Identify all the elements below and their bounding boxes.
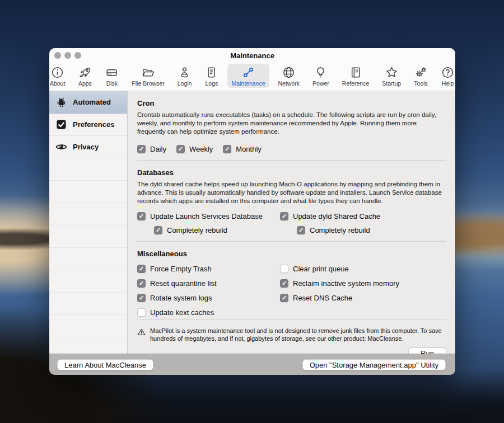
- checkbox-label: Completely rebuild: [167, 226, 227, 234]
- sidebar-item-label: Privacy: [73, 143, 99, 151]
- toolbar-label: Startup: [382, 80, 401, 87]
- toolbar-label: About: [50, 80, 65, 87]
- learn-about-maccleanse-button[interactable]: Learn About MacCleanse: [57, 359, 153, 370]
- toolbar-item-startup[interactable]: Startup: [378, 64, 405, 88]
- titlebar[interactable]: Maintenance: [49, 48, 455, 63]
- book-icon: [349, 65, 363, 79]
- checkbox-label: Reset DNS Cache: [293, 294, 352, 302]
- checkbox[interactable]: [280, 265, 288, 273]
- toolbar-item-maintenance[interactable]: Maintenance: [227, 64, 269, 88]
- databases-left-column: Update Launch Services Database Complete…: [137, 212, 280, 234]
- sidebar-empty-row: [49, 315, 127, 337]
- cron-description: Crontab automatically runs executables (…: [137, 111, 446, 136]
- toolbar-label: Help: [442, 80, 454, 87]
- checkbox-rotate-system-logs[interactable]: Rotate system logs: [137, 294, 280, 302]
- misc-checkbox-group: Force Empty Trash Clear print queue Rese…: [137, 265, 446, 317]
- sidebar-item-privacy[interactable]: Privacy: [49, 136, 127, 158]
- sidebar-empty-row: [49, 337, 127, 354]
- misc-grid-spacer: [280, 308, 446, 317]
- check-square-icon: [55, 118, 68, 131]
- toolbar-label: Disk: [106, 80, 118, 87]
- checkbox[interactable]: [280, 294, 288, 302]
- cron-checkbox-group: Daily Weekly Monthly: [137, 145, 446, 153]
- toolbar-item-reference[interactable]: Reference: [338, 64, 373, 88]
- warning-note: MacPilot is a system maintenance tool an…: [137, 327, 446, 342]
- checkbox-force-empty-trash[interactable]: Force Empty Trash: [137, 265, 280, 273]
- sidebar-item-automated[interactable]: Automated: [49, 91, 127, 114]
- checkbox-daily[interactable]: Daily: [137, 145, 166, 153]
- checkbox-reset-quarantine-list[interactable]: Reset quarantine list: [137, 279, 280, 288]
- footer-bar: Learn About MacCleanse Open "Storage Man…: [49, 354, 455, 375]
- cron-section-title: Cron: [137, 99, 446, 107]
- toolbar-item-power[interactable]: Power: [309, 64, 333, 88]
- checkbox-reclaim-memory[interactable]: Reclaim inactive system memory: [280, 279, 446, 288]
- warning-text: MacPilot is a system maintenance tool an…: [150, 327, 446, 342]
- checkbox-clear-print-queue[interactable]: Clear print queue: [280, 265, 446, 273]
- help-icon: [441, 65, 455, 79]
- globe-icon: [282, 65, 296, 79]
- checkbox-completely-rebuild-left[interactable]: Completely rebuild: [154, 226, 280, 234]
- toolbar-item-apps[interactable]: Apps: [74, 64, 96, 88]
- sidebar-empty-row: [49, 293, 127, 315]
- checkbox[interactable]: [297, 226, 305, 234]
- minimize-button[interactable]: [64, 52, 71, 59]
- checkbox[interactable]: [223, 145, 231, 153]
- checkbox[interactable]: [137, 294, 146, 302]
- checkbox[interactable]: [137, 279, 146, 288]
- disk-icon: [105, 65, 119, 79]
- checkbox[interactable]: [137, 308, 146, 317]
- toolbar-item-file-browser[interactable]: File Browser: [128, 64, 168, 88]
- rocket-icon: [78, 65, 92, 79]
- toolbar-label: File Browser: [132, 80, 164, 87]
- toolbar-item-network[interactable]: Network: [274, 64, 304, 88]
- checkbox[interactable]: [154, 226, 162, 234]
- checkbox-label: Reset quarantine list: [150, 279, 217, 288]
- sidebar-empty-row: [49, 158, 127, 181]
- star-icon: [385, 65, 399, 79]
- toolbar-label: Apps: [78, 80, 92, 87]
- app-window: Maintenance About Apps Disk File Browser…: [49, 48, 455, 375]
- databases-description: The dyld shared cache helps speed up lau…: [137, 180, 446, 205]
- toolbar-item-logs[interactable]: Logs: [200, 64, 222, 88]
- sidebar-empty-row: [49, 248, 127, 270]
- window-controls: [54, 52, 81, 59]
- checkbox-weekly[interactable]: Weekly: [176, 145, 213, 153]
- toolbar-item-tools[interactable]: Tools: [410, 64, 432, 88]
- checkbox-update-kext-caches[interactable]: Update kext caches: [137, 308, 280, 317]
- checkbox-completely-rebuild-right[interactable]: Completely rebuild: [297, 226, 446, 234]
- toolbar-item-about[interactable]: About: [49, 64, 69, 88]
- checkbox[interactable]: [280, 279, 288, 288]
- eye-icon: [55, 140, 68, 153]
- toolbar-item-help[interactable]: Help: [437, 64, 455, 88]
- toolbar-item-disk[interactable]: Disk: [101, 64, 123, 88]
- gears-icon: [414, 65, 428, 79]
- close-button[interactable]: [54, 52, 61, 59]
- sidebar-empty-row: [49, 181, 127, 203]
- checkbox-label: Update kext caches: [150, 308, 214, 317]
- checkbox[interactable]: [137, 265, 146, 273]
- run-button[interactable]: Run: [408, 347, 446, 354]
- checkbox[interactable]: [280, 212, 288, 220]
- zoom-button[interactable]: [74, 52, 81, 59]
- sidebar-item-preferences[interactable]: Preferences: [49, 114, 127, 136]
- checkbox-label: Monthly: [236, 145, 262, 153]
- checkbox-reset-dns-cache[interactable]: Reset DNS Cache: [280, 294, 446, 302]
- checkbox-monthly[interactable]: Monthly: [223, 145, 262, 153]
- checkbox-label: Completely rebuild: [310, 226, 370, 234]
- logs-icon: [204, 65, 218, 79]
- checkbox-update-launch-services[interactable]: Update Launch Services Database: [137, 212, 280, 220]
- checkbox[interactable]: [176, 145, 185, 153]
- checkbox-label: Weekly: [189, 145, 213, 153]
- open-storage-management-button[interactable]: Open "Storage Management.app" Utility: [302, 359, 446, 370]
- checkbox-update-dyld-cache[interactable]: Update dyld Shared Cache: [280, 212, 446, 220]
- checkbox-label: Update dyld Shared Cache: [293, 212, 380, 220]
- toolbar-label: Reference: [342, 80, 369, 87]
- checkbox-label: Clear print queue: [293, 265, 349, 273]
- checkbox[interactable]: [137, 145, 146, 153]
- section-divider: [137, 160, 446, 161]
- window-title: Maintenance: [49, 48, 455, 63]
- toolbar-item-login[interactable]: Login: [174, 64, 196, 88]
- sidebar-empty-row: [49, 203, 127, 225]
- toolbar-label: Logs: [206, 80, 218, 87]
- checkbox[interactable]: [137, 212, 146, 220]
